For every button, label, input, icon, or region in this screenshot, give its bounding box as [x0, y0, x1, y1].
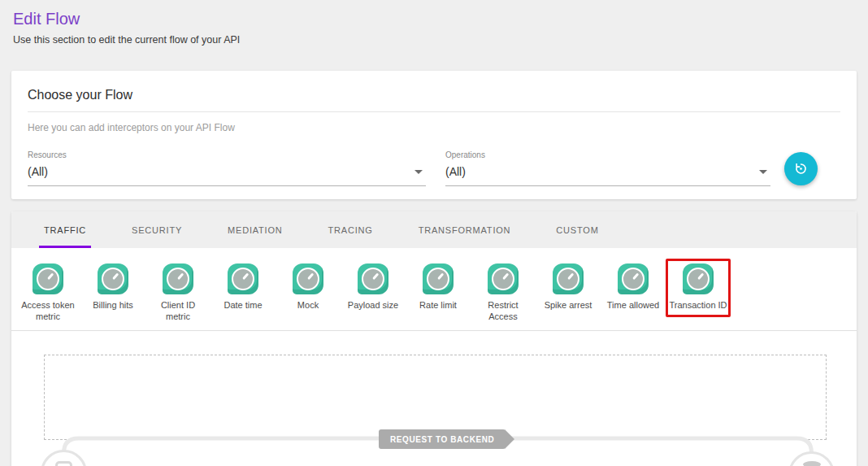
policy-item-transaction-id[interactable]: Transaction ID	[666, 259, 731, 317]
device-icon	[55, 461, 72, 466]
policy-label: Spike arrest	[538, 299, 598, 311]
policy-item-date-time[interactable]: Date time	[210, 259, 276, 317]
gauge-icon	[488, 263, 519, 294]
gauge-icon	[33, 263, 63, 294]
policy-label: Date time	[213, 299, 273, 311]
choose-flow-card: Choose your Flow Here you can add interc…	[11, 71, 857, 199]
policy-item-restrict-access[interactable]: Restrict Access	[471, 259, 536, 325]
operations-value: (All)	[445, 165, 466, 178]
policy-item-billing-hits[interactable]: Billing hits	[80, 259, 145, 317]
policy-label: Transaction ID	[668, 299, 728, 311]
tab-tracing[interactable]: TRACING	[323, 211, 378, 248]
restore-icon	[793, 161, 809, 176]
gauge-icon	[163, 263, 193, 294]
flow-card-hint: Here you can add interceptors on your AP…	[28, 122, 840, 133]
page-subtitle: Use this section to edit the current flo…	[11, 34, 857, 46]
tab-traffic[interactable]: TRAFFIC	[39, 211, 91, 248]
policy-label: Payload size	[343, 299, 403, 311]
tab-security[interactable]: SECURITY	[127, 211, 187, 248]
policy-label: Time allowed	[603, 299, 663, 311]
gauge-icon	[423, 263, 454, 294]
gauge-icon	[228, 263, 258, 294]
flow-canvas: REQUEST TO BACKEND	[11, 331, 857, 466]
policy-studio-card: TRAFFICSECURITYMEDIATIONTRACINGTRANSFORM…	[11, 211, 857, 466]
gauge-icon	[98, 263, 128, 294]
tab-transformation[interactable]: TRANSFORMATION	[414, 211, 516, 248]
path-label-text: REQUEST TO BACKEND	[390, 435, 494, 444]
gauge-icon	[683, 263, 714, 294]
resources-select[interactable]: Resources (All)	[28, 150, 426, 186]
operations-label: Operations	[445, 150, 770, 159]
resources-label: Resources	[28, 150, 426, 159]
reset-flow-button[interactable]	[784, 152, 818, 185]
policy-label: Rate limit	[408, 299, 468, 311]
policy-item-client-id-metric[interactable]: Client ID metric	[145, 259, 210, 325]
database-icon	[801, 460, 823, 466]
divider	[28, 111, 840, 112]
resources-value: (All)	[28, 165, 48, 178]
gauge-icon	[293, 263, 323, 294]
tab-custom[interactable]: CUSTOM	[551, 211, 603, 248]
page-title: Edit Flow	[11, 10, 857, 28]
chevron-down-icon	[759, 170, 767, 174]
flow-filters-row: Resources (All) Operations (All)	[28, 150, 840, 186]
tab-mediation[interactable]: MEDIATION	[223, 211, 288, 248]
gauge-icon	[553, 263, 584, 294]
policy-label: Restrict Access	[473, 299, 533, 323]
policy-label: Client ID metric	[148, 299, 208, 323]
request-to-backend-label: REQUEST TO BACKEND	[379, 429, 506, 449]
chevron-down-icon	[414, 170, 423, 174]
policy-item-time-allowed[interactable]: Time allowed	[601, 259, 666, 317]
policy-label: Billing hits	[83, 299, 143, 311]
gauge-icon	[358, 263, 388, 294]
policy-item-rate-limit[interactable]: Rate limit	[406, 259, 471, 317]
policy-item-access-token-metric[interactable]: Access token metric	[15, 259, 80, 325]
flow-card-title: Choose your Flow	[28, 88, 840, 102]
tab-bar: TRAFFICSECURITYMEDIATIONTRACINGTRANSFORM…	[11, 211, 857, 248]
edit-flow-page: Edit Flow Use this section to edit the c…	[0, 0, 868, 466]
gauge-icon	[618, 263, 649, 294]
policy-item-payload-size[interactable]: Payload size	[341, 259, 406, 317]
policy-label: Access token metric	[18, 299, 78, 323]
policy-label: Mock	[278, 299, 338, 311]
policy-list: Access token metricBilling hitsClient ID…	[11, 248, 857, 331]
policy-item-mock[interactable]: Mock	[276, 259, 341, 317]
policy-item-spike-arrest[interactable]: Spike arrest	[536, 259, 601, 317]
operations-select[interactable]: Operations (All)	[445, 150, 770, 186]
